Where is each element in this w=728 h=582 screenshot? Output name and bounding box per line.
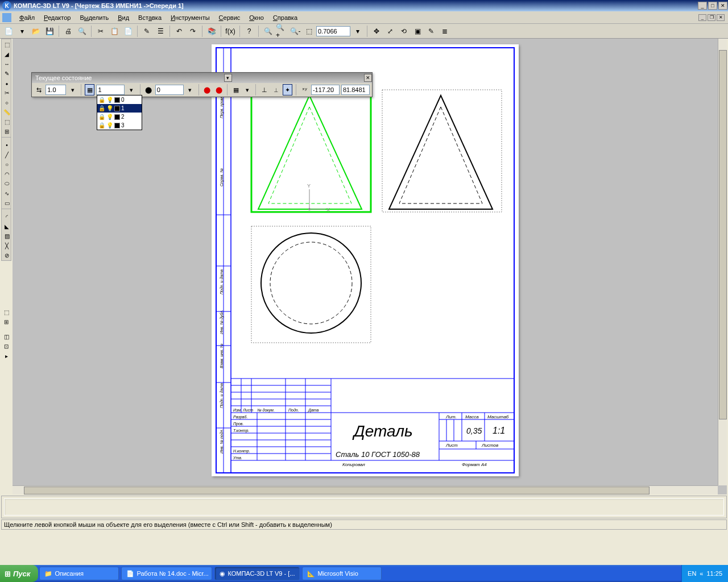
grid-dropdown[interactable]: ▾ bbox=[242, 84, 252, 95]
paste-button[interactable]: 📄 bbox=[122, 25, 134, 38]
select-tool[interactable]: ⬚ bbox=[2, 40, 11, 49]
system-tray[interactable]: EN « 11:25 bbox=[681, 565, 728, 582]
step-dropdown[interactable]: ▾ bbox=[68, 84, 77, 95]
floatbar-dropdown[interactable]: ▾ bbox=[224, 74, 232, 82]
param-tool[interactable]: ⟐ bbox=[2, 98, 11, 107]
close-button[interactable]: ✕ bbox=[718, 2, 727, 10]
floatbar-header[interactable]: Текущее состояние ▾ ✕ bbox=[32, 73, 372, 83]
zoom-fit-button[interactable]: ⤢ bbox=[384, 25, 396, 38]
open-button[interactable]: 📂 bbox=[30, 25, 42, 38]
redo-button[interactable]: ↷ bbox=[187, 25, 199, 38]
line-tool[interactable]: ╱ bbox=[2, 150, 11, 159]
layer-row-0[interactable]: 🔒💡0 bbox=[97, 95, 142, 104]
taskbar-item-3[interactable]: 📐Microsoft Visio bbox=[302, 567, 382, 580]
redraw-button[interactable]: ✎ bbox=[425, 25, 437, 38]
linestyle-icon[interactable]: ⬤ bbox=[144, 84, 154, 95]
library-button[interactable]: 📚 bbox=[205, 25, 218, 38]
geometry-tool[interactable]: ◢ bbox=[2, 49, 11, 59]
layer-row-1[interactable]: 🔒💡1 bbox=[97, 104, 142, 113]
ortho-button[interactable]: ⊥ bbox=[259, 84, 269, 95]
measure-tool[interactable]: 📏 bbox=[2, 107, 11, 117]
circle-tool[interactable]: ○ bbox=[2, 160, 11, 169]
layer-row-2[interactable]: 🔒💡2 bbox=[97, 113, 142, 121]
current-state-toolbar[interactable]: Текущее состояние ▾ ✕ ⇆ ▾ ▦ ▾ ⬤ ▾ ⬤ ⬤ ▦ … bbox=[31, 72, 373, 97]
linestyle-dropdown[interactable]: ▾ bbox=[185, 84, 195, 95]
print-button[interactable]: 🖨 bbox=[62, 25, 75, 38]
zoom-input[interactable] bbox=[316, 26, 350, 36]
symbol-tool[interactable]: ⬥ bbox=[2, 78, 11, 88]
menu-view[interactable]: Вид bbox=[113, 13, 134, 23]
zoom-prev-button[interactable]: ⟲ bbox=[398, 25, 410, 38]
menu-tools[interactable]: Инструменты bbox=[166, 13, 214, 23]
menu-window[interactable]: Окно bbox=[245, 13, 268, 23]
tool-panel-icon[interactable]: ⬚ bbox=[2, 307, 11, 317]
preview-button[interactable]: 🔍 bbox=[76, 25, 88, 38]
step-input[interactable] bbox=[46, 85, 66, 95]
help-button[interactable]: ? bbox=[243, 25, 255, 38]
cut-button[interactable]: ✂ bbox=[94, 25, 107, 38]
start-button[interactable]: Пуск bbox=[0, 565, 38, 582]
new-button[interactable]: 📄 bbox=[2, 25, 15, 38]
point-tool[interactable]: • bbox=[2, 140, 11, 149]
layer-states-button[interactable]: ▦ bbox=[85, 84, 94, 95]
break-tool[interactable]: ⊘ bbox=[2, 251, 11, 260]
zoom-window-button[interactable]: ⬚ bbox=[303, 25, 315, 38]
select-filter-tool[interactable]: ⬚ bbox=[2, 117, 11, 126]
undo-button[interactable]: ↶ bbox=[173, 25, 185, 38]
spec-tool[interactable]: ⊞ bbox=[2, 127, 11, 136]
tool-snap-icon[interactable]: ⊡ bbox=[2, 342, 11, 351]
snap-blue-icon[interactable]: ⬤ bbox=[214, 84, 224, 95]
step-icon[interactable]: ⇆ bbox=[34, 84, 44, 95]
zoom-dropdown[interactable]: ▾ bbox=[351, 25, 364, 38]
taskbar-item-1[interactable]: 📄Работа № 14.doc - Micr... bbox=[121, 567, 212, 580]
chamfer-tool[interactable]: ◣ bbox=[2, 222, 11, 231]
snap-red-icon[interactable]: ⬤ bbox=[202, 84, 212, 95]
minimize-button[interactable]: _ bbox=[698, 2, 707, 10]
zoom-in-button[interactable]: 🔍+ bbox=[275, 25, 288, 38]
tool-expand-icon[interactable]: ▸ bbox=[2, 351, 11, 360]
menu-help[interactable]: Справка bbox=[268, 13, 302, 23]
variables-button[interactable]: f(x) bbox=[224, 25, 237, 38]
horizontal-scrollbar[interactable] bbox=[13, 485, 718, 494]
hatch-tool[interactable]: ▨ bbox=[2, 231, 11, 240]
drawing-canvas[interactable]: Справ. № Перв. примен. Подп. и дата Инв.… bbox=[212, 44, 519, 476]
layer-dropdown[interactable]: ▾ bbox=[126, 84, 136, 95]
ellipse-tool[interactable]: ⬭ bbox=[2, 179, 11, 188]
zoom-all-button[interactable]: ▣ bbox=[411, 25, 424, 38]
layers-button[interactable]: ≣ bbox=[439, 25, 451, 38]
maximize-button[interactable]: □ bbox=[708, 2, 717, 10]
layer-dropdown-list[interactable]: 🔒💡0 🔒💡1 🔒💡2 🔒💡3 bbox=[97, 95, 142, 130]
layer-row-3[interactable]: 🔒💡3 bbox=[97, 121, 142, 130]
copy-props-button[interactable]: ✎ bbox=[140, 25, 153, 38]
floatbar-close[interactable]: ✕ bbox=[364, 74, 372, 82]
taskbar-item-2[interactable]: ◉КОМПАС-3D LT V9 - [... bbox=[214, 567, 300, 580]
menu-file[interactable]: Файл bbox=[15, 13, 39, 23]
vertical-scrollbar[interactable] bbox=[718, 39, 727, 485]
copy-button[interactable]: 📋 bbox=[108, 25, 121, 38]
lang-indicator[interactable]: EN bbox=[688, 570, 696, 577]
round-button[interactable]: ⟂ bbox=[271, 84, 280, 95]
properties-button[interactable]: ☰ bbox=[154, 25, 167, 38]
coord-x-input[interactable] bbox=[311, 85, 340, 95]
tool-tree-icon[interactable]: ⊞ bbox=[2, 317, 11, 326]
aux-tool[interactable]: ╳ bbox=[2, 241, 11, 250]
menu-service[interactable]: Сервис bbox=[214, 13, 245, 23]
rect-tool[interactable]: ▭ bbox=[2, 198, 11, 207]
zoom-out-button[interactable]: 🔍- bbox=[289, 25, 301, 38]
pan-button[interactable]: ✥ bbox=[370, 25, 383, 38]
tool-view-icon[interactable]: ◫ bbox=[2, 332, 11, 341]
dimension-tool[interactable]: ↔ bbox=[2, 59, 11, 68]
text-tool[interactable]: ✎ bbox=[2, 69, 11, 78]
mdi-close[interactable]: ✕ bbox=[717, 14, 725, 21]
edit-tool[interactable]: ✂ bbox=[2, 88, 11, 97]
menu-edit[interactable]: Редактор bbox=[39, 13, 75, 23]
mdi-minimize[interactable]: _ bbox=[698, 14, 706, 21]
arc-tool[interactable]: ◠ bbox=[2, 169, 11, 178]
layer-input[interactable] bbox=[96, 85, 125, 95]
taskbar-item-0[interactable]: 📁Описания bbox=[39, 567, 119, 580]
coord-y-input[interactable] bbox=[341, 85, 370, 95]
menu-insert[interactable]: Вставка bbox=[134, 13, 166, 23]
zoom-refresh-button[interactable]: 🔍 bbox=[262, 25, 274, 38]
linestyle-input[interactable] bbox=[155, 85, 184, 95]
local-cs-button[interactable]: ✦ bbox=[283, 84, 292, 95]
